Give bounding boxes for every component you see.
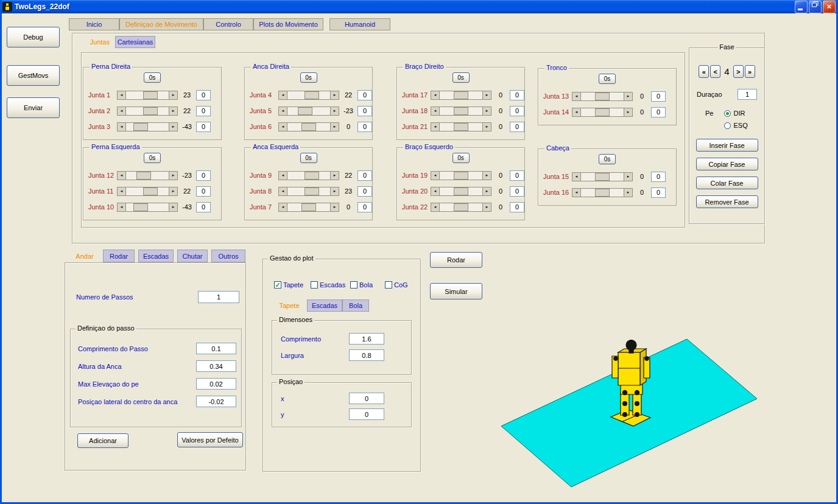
- passo-field-input[interactable]: [196, 396, 236, 407]
- sidebar-button-debug[interactable]: Debug: [7, 27, 60, 47]
- joint-input[interactable]: [510, 170, 524, 181]
- joint-slider[interactable]: ◄►: [431, 122, 491, 131]
- slider-left-arrow-icon[interactable]: ◄: [117, 203, 126, 212]
- joint-slider[interactable]: ◄►: [572, 108, 633, 117]
- joint-input[interactable]: [357, 202, 372, 212]
- slider-track[interactable]: [287, 203, 330, 212]
- joint-slider[interactable]: ◄►: [117, 187, 178, 196]
- slider-thumb[interactable]: [298, 107, 312, 115]
- sidebar-button-gestmovs[interactable]: GestMovs: [7, 65, 60, 86]
- slider-track[interactable]: [287, 107, 330, 116]
- slider-right-arrow-icon[interactable]: ►: [169, 203, 178, 212]
- slider-thumb[interactable]: [595, 189, 610, 197]
- joint-input[interactable]: [510, 90, 524, 100]
- slider-right-arrow-icon[interactable]: ►: [169, 122, 178, 131]
- slider-track[interactable]: [287, 91, 330, 100]
- plot-checkbox-bola[interactable]: Bola: [350, 281, 373, 289]
- joint-slider[interactable]: ◄►: [278, 203, 339, 212]
- joint-input[interactable]: [510, 186, 524, 197]
- sub-tab-cartesianas[interactable]: Cartesianas: [115, 36, 155, 48]
- slider-track[interactable]: [126, 203, 169, 212]
- joint-input[interactable]: [357, 106, 372, 116]
- rodar-button[interactable]: Rodar: [430, 252, 482, 268]
- prev-phase-button[interactable]: <: [710, 65, 720, 78]
- movement-tab-chutar[interactable]: Chutar: [177, 250, 208, 262]
- slider-left-arrow-icon[interactable]: ◄: [278, 187, 287, 196]
- slider-thumb[interactable]: [305, 91, 319, 99]
- slider-right-arrow-icon[interactable]: ►: [330, 91, 339, 100]
- main-tab-inicio[interactable]: Inicio: [69, 18, 119, 30]
- joint-input[interactable]: [510, 202, 524, 212]
- slider-left-arrow-icon[interactable]: ◄: [431, 171, 440, 180]
- joint-slider[interactable]: ◄►: [431, 203, 491, 212]
- slider-right-arrow-icon[interactable]: ►: [169, 187, 178, 196]
- slider-right-arrow-icon[interactable]: ►: [169, 171, 178, 180]
- joint-slider[interactable]: ◄►: [117, 91, 178, 100]
- sub-tab-juntas[interactable]: Juntas: [86, 36, 114, 48]
- slider-left-arrow-icon[interactable]: ◄: [117, 107, 126, 116]
- slider-left-arrow-icon[interactable]: ◄: [431, 107, 440, 116]
- slider-thumb[interactable]: [595, 93, 610, 100]
- slider-track[interactable]: [581, 92, 624, 101]
- slider-right-arrow-icon[interactable]: ►: [482, 107, 491, 116]
- slider-right-arrow-icon[interactable]: ►: [624, 172, 633, 181]
- slider-thumb[interactable]: [143, 187, 158, 195]
- time-button[interactable]: 0s: [144, 72, 161, 83]
- joint-input[interactable]: [651, 187, 666, 198]
- slider-thumb[interactable]: [301, 203, 316, 211]
- joint-slider[interactable]: ◄►: [572, 188, 633, 197]
- slider-left-arrow-icon[interactable]: ◄: [278, 171, 287, 180]
- slider-left-arrow-icon[interactable]: ◄: [278, 203, 287, 212]
- movement-tab-escadas[interactable]: Escadas: [138, 250, 174, 262]
- colar-fase-button[interactable]: Colar Fase: [696, 177, 758, 189]
- slider-track[interactable]: [581, 188, 624, 197]
- slider-left-arrow-icon[interactable]: ◄: [431, 91, 440, 100]
- slider-track[interactable]: [126, 187, 169, 196]
- movement-tab-outros[interactable]: Outros: [211, 250, 245, 262]
- next-phase-button[interactable]: >: [733, 65, 744, 78]
- joint-slider[interactable]: ◄►: [117, 203, 178, 212]
- simular-button[interactable]: Simular: [430, 283, 482, 299]
- pe-radio-esq[interactable]: ESQ: [724, 122, 747, 129]
- slider-left-arrow-icon[interactable]: ◄: [431, 122, 440, 131]
- slider-thumb[interactable]: [454, 203, 468, 211]
- joint-input[interactable]: [510, 122, 524, 132]
- plot-tab-bola[interactable]: Bola: [342, 299, 369, 312]
- slider-left-arrow-icon[interactable]: ◄: [431, 203, 440, 212]
- slider-thumb[interactable]: [454, 172, 468, 180]
- field-input[interactable]: [349, 408, 384, 420]
- time-button[interactable]: 0s: [452, 153, 470, 163]
- passo-field-input[interactable]: [196, 343, 236, 354]
- slider-track[interactable]: [126, 91, 169, 100]
- slider-right-arrow-icon[interactable]: ►: [482, 91, 491, 100]
- pe-radio-dir[interactable]: DIR: [724, 110, 747, 117]
- slider-thumb[interactable]: [305, 172, 319, 180]
- slider-left-arrow-icon[interactable]: ◄: [278, 107, 287, 116]
- slider-track[interactable]: [287, 187, 330, 196]
- slider-left-arrow-icon[interactable]: ◄: [278, 91, 287, 100]
- slider-right-arrow-icon[interactable]: ►: [169, 107, 178, 116]
- joint-input[interactable]: [510, 106, 524, 116]
- slider-thumb[interactable]: [454, 107, 468, 115]
- joint-slider[interactable]: ◄►: [278, 107, 339, 116]
- slider-right-arrow-icon[interactable]: ►: [330, 107, 339, 116]
- slider-track[interactable]: [440, 187, 482, 196]
- plot-tab-tapete[interactable]: Tapete: [274, 299, 305, 312]
- slider-thumb[interactable]: [595, 108, 610, 116]
- slider-right-arrow-icon[interactable]: ►: [482, 203, 491, 212]
- slider-right-arrow-icon[interactable]: ►: [330, 203, 339, 212]
- slider-right-arrow-icon[interactable]: ►: [169, 91, 178, 100]
- time-button[interactable]: 0s: [300, 153, 317, 163]
- joint-input[interactable]: [196, 170, 211, 181]
- slider-track[interactable]: [126, 171, 169, 180]
- slider-track[interactable]: [440, 91, 482, 100]
- slider-left-arrow-icon[interactable]: ◄: [278, 122, 287, 131]
- joint-input[interactable]: [651, 107, 666, 117]
- minimize-button[interactable]: [795, 1, 808, 13]
- slider-right-arrow-icon[interactable]: ►: [330, 122, 339, 131]
- time-button[interactable]: 0s: [599, 74, 616, 84]
- joint-input[interactable]: [196, 122, 211, 132]
- movement-tab-rodar[interactable]: Rodar: [103, 250, 135, 262]
- slider-thumb[interactable]: [301, 123, 316, 131]
- passo-field-input[interactable]: [196, 378, 236, 390]
